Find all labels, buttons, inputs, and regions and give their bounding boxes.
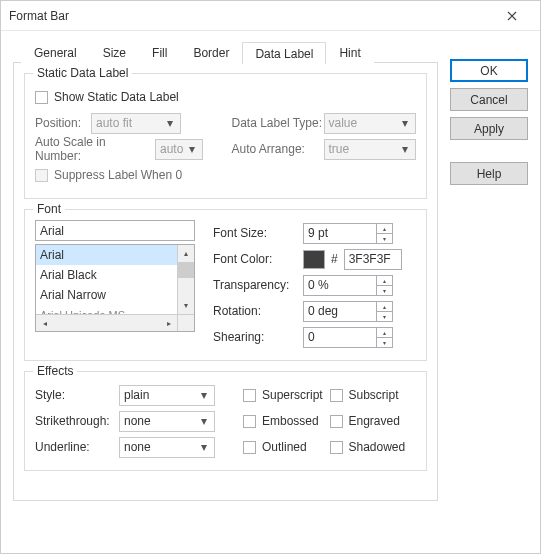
scroll-left-icon[interactable]: ◂ [36, 315, 53, 331]
style-value: plain [124, 388, 149, 402]
strikethrough-value: none [124, 414, 151, 428]
scroll-right-icon[interactable]: ▸ [160, 315, 177, 331]
autoarrange-label: Auto Arrange: [232, 142, 324, 156]
style-combo[interactable]: plain ▾ [119, 385, 215, 406]
font-size-spinner[interactable]: 9 pt ▴▾ [303, 223, 393, 244]
outlined-checkbox[interactable] [243, 441, 256, 454]
suppress-label: Suppress Label When 0 [54, 168, 182, 182]
effects-group: Effects Style: plain ▾ [24, 371, 427, 471]
strikethrough-combo[interactable]: none ▾ [119, 411, 215, 432]
rotation-value: 0 deg [304, 304, 376, 318]
apply-button[interactable]: Apply [450, 117, 528, 140]
subscript-checkbox[interactable] [330, 389, 343, 402]
rotation-label: Rotation: [213, 304, 303, 318]
help-button[interactable]: Help [450, 162, 528, 185]
spin-down-icon[interactable]: ▾ [377, 286, 392, 295]
window-title: Format Bar [9, 9, 69, 23]
autoscale-label: Auto Scale in Number: [35, 135, 155, 163]
group-title-static: Static Data Label [33, 66, 132, 80]
autoarrange-combo[interactable]: true ▾ [324, 139, 417, 160]
underline-value: none [124, 440, 151, 454]
chevron-down-icon: ▾ [162, 114, 178, 133]
engraved-checkbox[interactable] [330, 415, 343, 428]
chevron-down-icon: ▾ [184, 140, 200, 159]
horizontal-scrollbar[interactable]: ◂ ▸ [36, 314, 194, 331]
spin-up-icon[interactable]: ▴ [377, 224, 392, 234]
spin-down-icon[interactable]: ▾ [377, 338, 392, 347]
group-title-font: Font [33, 202, 65, 216]
shearing-spinner[interactable]: 0 ▴▾ [303, 327, 393, 348]
spin-up-icon[interactable]: ▴ [377, 302, 392, 312]
scroll-down-icon[interactable]: ▾ [178, 297, 194, 314]
spin-up-icon[interactable]: ▴ [377, 328, 392, 338]
dialog-body: General Size Fill Border Data Label Hint… [1, 31, 540, 553]
subscript-label: Subscript [349, 388, 399, 402]
outlined-label: Outlined [262, 440, 307, 454]
tab-hint[interactable]: Hint [326, 42, 373, 64]
font-color-hex-value: 3F3F3F [349, 252, 391, 266]
tab-border[interactable]: Border [180, 42, 242, 64]
embossed-checkbox[interactable] [243, 415, 256, 428]
font-family-value: Arial [40, 224, 64, 238]
tab-data-label[interactable]: Data Label [242, 42, 326, 64]
static-data-label-group: Static Data Label Show Static Data Label… [24, 73, 427, 199]
content-area: General Size Fill Border Data Label Hint… [13, 41, 438, 541]
font-group: Font Arial Arial Arial Black Arial Narro… [24, 209, 427, 361]
group-title-effects: Effects [33, 364, 77, 378]
font-color-hex-input[interactable]: 3F3F3F [344, 249, 402, 270]
autoarrange-value: true [329, 142, 350, 156]
autoscale-combo[interactable]: auto ▾ [155, 139, 203, 160]
superscript-checkbox[interactable] [243, 389, 256, 402]
show-static-checkbox[interactable] [35, 91, 48, 104]
tab-panel: Static Data Label Show Static Data Label… [13, 63, 438, 501]
spin-down-icon[interactable]: ▾ [377, 234, 392, 243]
font-size-value: 9 pt [304, 226, 376, 240]
vertical-scrollbar[interactable]: ▴ ▾ [177, 245, 194, 314]
data-label-type-label: Data Label Type: [232, 116, 324, 130]
font-list-item[interactable]: Arial [36, 245, 194, 265]
scroll-up-icon[interactable]: ▴ [178, 245, 194, 262]
position-label: Position: [35, 116, 91, 130]
button-column: OK Cancel Apply Help [450, 41, 528, 541]
close-button[interactable] [492, 2, 532, 30]
tab-strip: General Size Fill Border Data Label Hint [13, 41, 438, 63]
font-size-label: Font Size: [213, 226, 303, 240]
underline-label: Underline: [35, 440, 119, 454]
spin-up-icon[interactable]: ▴ [377, 276, 392, 286]
spin-down-icon[interactable]: ▾ [377, 312, 392, 321]
font-list-item[interactable]: Arial Black [36, 265, 194, 285]
close-icon [507, 11, 517, 21]
show-static-label: Show Static Data Label [54, 90, 179, 104]
ok-button[interactable]: OK [450, 59, 528, 82]
style-label: Style: [35, 388, 119, 402]
chevron-down-icon: ▾ [397, 140, 413, 159]
font-family-input[interactable]: Arial [35, 220, 195, 241]
transparency-spinner[interactable]: 0 % ▴▾ [303, 275, 393, 296]
position-value: auto fit [96, 116, 132, 130]
tab-fill[interactable]: Fill [139, 42, 180, 64]
cancel-button[interactable]: Cancel [450, 88, 528, 111]
rotation-spinner[interactable]: 0 deg ▴▾ [303, 301, 393, 322]
tab-container: General Size Fill Border Data Label Hint… [13, 41, 438, 501]
chevron-down-icon: ▾ [196, 438, 212, 457]
scrollbar-thumb[interactable] [178, 262, 194, 278]
tab-general[interactable]: General [21, 42, 90, 64]
shearing-value: 0 [304, 330, 376, 344]
chevron-down-icon: ▾ [196, 386, 212, 405]
superscript-label: Superscript [262, 388, 323, 402]
hash-symbol: # [329, 252, 340, 266]
font-list-item[interactable]: Arial Narrow [36, 285, 194, 305]
font-color-swatch[interactable] [303, 250, 325, 269]
font-family-list[interactable]: Arial Arial Black Arial Narrow Arial Uni… [35, 244, 195, 332]
dialog-window: Format Bar General Size Fill Border Data… [0, 0, 541, 554]
autoscale-value: auto [160, 142, 183, 156]
data-label-type-value: value [329, 116, 358, 130]
shearing-label: Shearing: [213, 330, 303, 344]
underline-combo[interactable]: none ▾ [119, 437, 215, 458]
position-combo[interactable]: auto fit ▾ [91, 113, 181, 134]
chevron-down-icon: ▾ [196, 412, 212, 431]
data-label-type-combo[interactable]: value ▾ [324, 113, 417, 134]
shadowed-checkbox[interactable] [330, 441, 343, 454]
embossed-label: Embossed [262, 414, 319, 428]
tab-size[interactable]: Size [90, 42, 139, 64]
